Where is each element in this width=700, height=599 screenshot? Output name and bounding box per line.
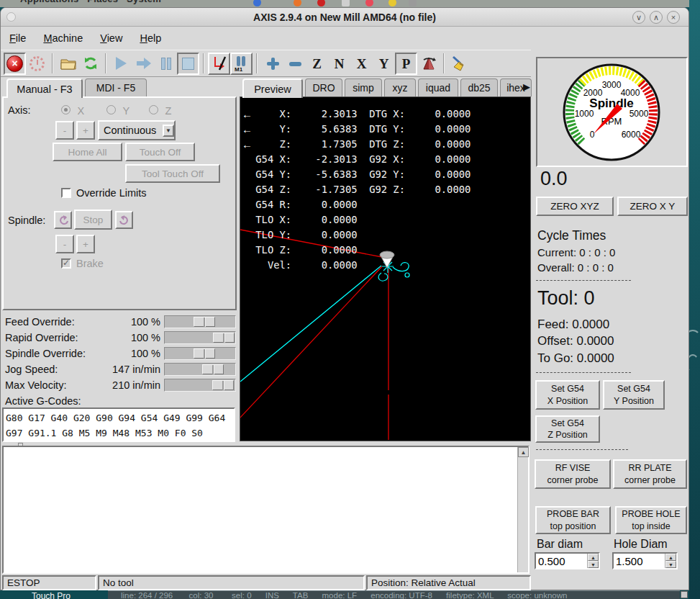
view-x-icon: X (357, 57, 367, 71)
axis-radio-y[interactable]: Y (106, 104, 129, 117)
spindle-minus-button[interactable]: - (55, 235, 74, 253)
step-button[interactable] (132, 53, 155, 75)
jog-plus-button[interactable]: + (76, 121, 95, 140)
panel-app-icon[interactable] (409, 0, 417, 6)
panel-app-icon[interactable] (317, 0, 325, 6)
status-tool: No tool (98, 575, 365, 590)
probe-bar-button[interactable]: PROBE BAR top position (535, 506, 611, 534)
menu-help[interactable]: Help (140, 32, 161, 44)
rf-vise-probe-button[interactable]: RF VISE corner probe (535, 459, 611, 489)
spin-up-icon[interactable]: ▲ (665, 554, 676, 561)
max-velocity-label: Max Velocity: (5, 379, 66, 391)
zero-xyz-button[interactable]: ZERO XYZ (536, 197, 614, 216)
stop-icon (182, 58, 194, 70)
gcode-listing[interactable]: ▲ (2, 446, 529, 574)
home-all-button[interactable]: Home All (53, 143, 122, 161)
zoom-out-button[interactable] (283, 53, 306, 75)
view-z-button[interactable]: Z (306, 53, 328, 75)
bar-diam-input[interactable] (536, 554, 587, 568)
menu-machine[interactable]: Machine (43, 32, 83, 44)
preview-canvas[interactable]: ← ← ← X: 2.3013 DTG X: 0.0000 Y: 5.6383 … (240, 96, 531, 441)
menubar: File Machine View Help (1, 27, 688, 49)
desktop-menu-text[interactable]: Applications Places System (20, 0, 161, 4)
feed-override-slider[interactable] (164, 315, 236, 328)
bar-diam-spinbox[interactable]: ▲▼ (535, 552, 600, 569)
clear-plot-button[interactable] (448, 53, 471, 75)
panel-app-icon[interactable] (388, 0, 396, 6)
titlebar[interactable]: AXIS 2.9.4 on New Mill AMD64 (no file) (1, 8, 688, 27)
axis-radio-z[interactable]: Z (149, 104, 171, 117)
hole-diam-input[interactable] (614, 554, 665, 568)
machine-power-button[interactable] (26, 53, 48, 75)
run-button[interactable] (110, 53, 132, 75)
jog-minus-button[interactable]: - (55, 121, 74, 140)
jog-speed-slider[interactable] (164, 363, 236, 376)
taskbar-item[interactable]: Touch Pro (32, 591, 71, 599)
m1-label: M1 (235, 66, 242, 73)
active-gcodes-box: G80 G17 G40 G20 G90 G94 G54 G49 G99 G64 … (2, 407, 235, 442)
probe-hole-button[interactable]: PROBE HOLE top inside (615, 506, 687, 534)
reload-file-button[interactable] (79, 53, 101, 75)
touch-off-button[interactable]: Touch Off (125, 143, 195, 161)
tab-db25[interactable]: db25 (460, 78, 498, 96)
spin-up-icon[interactable]: ▲ (588, 554, 599, 561)
spin-down-icon[interactable]: ▼ (588, 561, 599, 568)
view-z-rotated-button[interactable]: N (328, 53, 350, 75)
rapid-override-slider[interactable] (164, 331, 236, 344)
spindle-ccw-button[interactable] (54, 211, 72, 229)
set-g54-z-button[interactable]: Set G54 Z Position (535, 415, 600, 443)
stop-button[interactable] (177, 53, 199, 75)
spindle-plus-button[interactable]: + (76, 235, 95, 253)
axis-radio-x[interactable]: X (61, 104, 84, 117)
zero-xy-button[interactable]: ZERO X Y (617, 197, 688, 216)
tab-mdi[interactable]: MDI - F5 (85, 78, 147, 96)
rr-plate-probe-button[interactable]: RR PLATE corner probe (613, 459, 687, 489)
scrollbar[interactable]: ▲ (517, 447, 528, 572)
menu-file[interactable]: File (9, 32, 26, 44)
estop-icon: × (6, 55, 23, 72)
tab-simp[interactable]: simp (345, 78, 382, 96)
hole-diam-spinbox[interactable]: ▲▼ (612, 552, 678, 569)
close-button[interactable]: × (667, 11, 680, 24)
set-g54-y-button[interactable]: Set G54 Y Position (603, 380, 665, 410)
spindle-override-slider[interactable] (164, 347, 236, 360)
spindle-cw-button[interactable] (115, 211, 133, 229)
view-y-button[interactable]: Y (373, 53, 395, 75)
tab-iquad[interactable]: iquad (418, 78, 458, 96)
view-perspective-button[interactable]: P (395, 53, 417, 75)
spin-down-icon[interactable]: ▼ (665, 561, 676, 568)
panel-app-icon[interactable] (342, 0, 350, 6)
max-velocity-slider[interactable] (164, 379, 236, 392)
optional-pause-toggle[interactable]: M1 (230, 53, 253, 75)
maximize-button[interactable]: ∧ (650, 11, 663, 24)
pause-button[interactable] (155, 53, 177, 75)
set-g54-x-button[interactable]: Set G54 X Position (535, 380, 600, 410)
view-x-button[interactable]: X (350, 53, 373, 75)
estop-button[interactable]: × (4, 53, 26, 75)
panel-app-icon[interactable] (294, 0, 301, 6)
open-file-button[interactable] (57, 53, 79, 75)
minimize-button[interactable]: ∨ (632, 11, 645, 24)
jog-increment-select[interactable]: Continuous ▼ (98, 120, 176, 140)
brake-checkbox[interactable]: Brake (61, 258, 104, 269)
rapid-override-value: 100 % (88, 332, 160, 343)
tool-readout: Tool: 0 (537, 287, 595, 310)
scroll-up-icon[interactable]: ▲ (518, 447, 529, 457)
rotate-view-button[interactable] (417, 53, 440, 75)
override-limits-checkbox[interactable]: Override Limits (61, 187, 147, 199)
tab-scroll-right-icon[interactable]: ▶ (523, 81, 530, 92)
spindle-stop-button[interactable]: Stop (74, 210, 112, 230)
gauge-tick-6000: 6000 (622, 130, 641, 140)
menu-view[interactable]: View (100, 32, 122, 44)
tab-manual[interactable]: Manual - F3 (6, 78, 83, 98)
tool-touch-off-button[interactable]: Tool Touch Off (125, 164, 220, 183)
dro-line: G54 Z: -1.7305 G92 Z: 0.0000 (250, 182, 471, 197)
tab-xyz[interactable]: xyz (384, 78, 416, 96)
panel-app-icon[interactable] (253, 0, 261, 6)
panel-app-icon[interactable] (365, 0, 373, 6)
tab-dro[interactable]: DRO (305, 78, 342, 96)
run-icon (116, 57, 127, 70)
zoom-in-button[interactable] (261, 53, 283, 75)
skip-lines-toggle[interactable] (208, 53, 230, 75)
tab-preview[interactable]: Preview (242, 78, 303, 98)
